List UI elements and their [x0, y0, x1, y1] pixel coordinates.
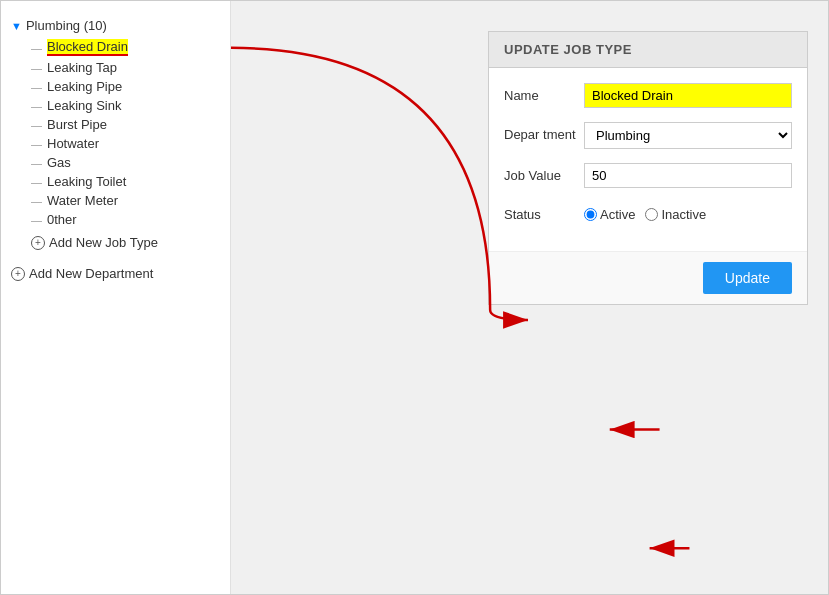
name-input[interactable] [584, 83, 792, 108]
plus-icon: + [31, 236, 45, 250]
add-department-label: Add New Department [29, 266, 153, 281]
form-body: Name Depar tment Plumbing Electrical Car… [489, 68, 807, 251]
list-item[interactable]: — Water Meter [31, 191, 220, 210]
list-item[interactable]: — Leaking Toilet [31, 172, 220, 191]
form-footer: Update [489, 251, 807, 304]
branch-icon: — [31, 81, 42, 93]
branch-icon: — [31, 42, 42, 54]
department-row: Depar tment Plumbing Electrical Carpentr… [504, 122, 792, 149]
status-row: Status Active Inactive [504, 202, 792, 222]
collapse-toggle[interactable]: ▼ [11, 20, 22, 32]
status-active-text: Active [600, 207, 635, 222]
status-inactive-label[interactable]: Inactive [645, 207, 706, 222]
branch-icon: — [31, 214, 42, 226]
department-header[interactable]: ▼ Plumbing (10) [11, 16, 220, 35]
job-type-other[interactable]: 0ther [47, 212, 77, 227]
branch-icon: — [31, 176, 42, 188]
department-select[interactable]: Plumbing Electrical Carpentry Other [584, 122, 792, 149]
list-item[interactable]: — Blocked Drain [31, 37, 220, 58]
job-type-gas[interactable]: Gas [47, 155, 71, 170]
branch-icon: — [31, 157, 42, 169]
list-item[interactable]: — Gas [31, 153, 220, 172]
job-type-blocked-drain[interactable]: Blocked Drain [47, 39, 128, 56]
form-title: UPDATE JOB TYPE [504, 42, 632, 57]
job-type-leaking-sink[interactable]: Leaking Sink [47, 98, 121, 113]
list-item[interactable]: — 0ther [31, 210, 220, 229]
job-type-water-meter[interactable]: Water Meter [47, 193, 118, 208]
add-job-type-button[interactable]: + Add New Job Type [31, 232, 220, 253]
status-inactive-text: Inactive [661, 207, 706, 222]
job-type-leaking-pipe[interactable]: Leaking Pipe [47, 79, 122, 94]
job-value-input[interactable] [584, 163, 792, 188]
plus-icon: + [11, 267, 25, 281]
job-type-leaking-tap[interactable]: Leaking Tap [47, 60, 117, 75]
status-radio-group: Active Inactive [584, 202, 792, 222]
name-label: Name [504, 83, 584, 103]
branch-icon: — [31, 100, 42, 112]
status-inactive-radio[interactable] [645, 208, 658, 221]
list-item[interactable]: — Hotwater [31, 134, 220, 153]
department-field-wrap: Plumbing Electrical Carpentry Other [584, 122, 792, 149]
branch-icon: — [31, 62, 42, 74]
list-item[interactable]: — Burst Pipe [31, 115, 220, 134]
update-job-type-form: UPDATE JOB TYPE Name Depar tment Plumbin… [488, 31, 808, 305]
name-field-wrap [584, 83, 792, 108]
status-field-wrap: Active Inactive [584, 202, 792, 222]
branch-icon: — [31, 119, 42, 131]
job-type-list: — Blocked Drain — Leaking Tap — Leaking … [11, 37, 220, 253]
list-item[interactable]: — Leaking Tap [31, 58, 220, 77]
job-value-row: Job Value [504, 163, 792, 188]
add-job-type-label: Add New Job Type [49, 235, 158, 250]
job-value-label: Job Value [504, 163, 584, 183]
branch-icon: — [31, 195, 42, 207]
add-department-button[interactable]: + Add New Department [11, 263, 220, 284]
status-active-radio[interactable] [584, 208, 597, 221]
right-panel: UPDATE JOB TYPE Name Depar tment Plumbin… [231, 1, 828, 594]
department-label: Depar tment [504, 122, 584, 142]
update-button[interactable]: Update [703, 262, 792, 294]
department-label: Plumbing (10) [26, 18, 107, 33]
form-header: UPDATE JOB TYPE [489, 32, 807, 68]
status-active-label[interactable]: Active [584, 207, 635, 222]
job-type-leaking-toilet[interactable]: Leaking Toilet [47, 174, 126, 189]
list-item[interactable]: — Leaking Sink [31, 96, 220, 115]
job-type-burst-pipe[interactable]: Burst Pipe [47, 117, 107, 132]
job-value-field-wrap [584, 163, 792, 188]
job-type-hotwater[interactable]: Hotwater [47, 136, 99, 151]
name-row: Name [504, 83, 792, 108]
status-label: Status [504, 202, 584, 222]
branch-icon: — [31, 138, 42, 150]
left-panel: ▼ Plumbing (10) — Blocked Drain — Leakin… [1, 1, 231, 594]
list-item[interactable]: — Leaking Pipe [31, 77, 220, 96]
